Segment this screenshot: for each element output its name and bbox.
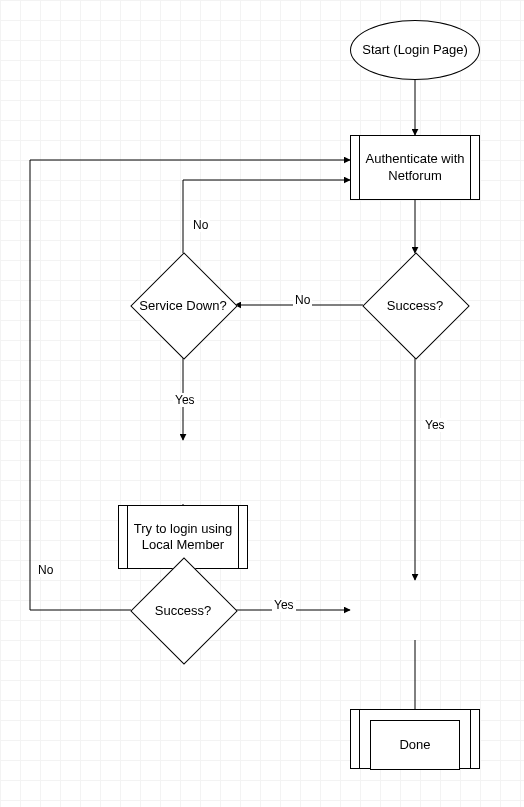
node-label: Done (399, 737, 430, 753)
node-label: Success? (155, 603, 211, 618)
node-success-2: Success? (131, 558, 235, 662)
node-authenticate: Authenticate with Netforum (350, 135, 480, 200)
node-label: Authenticate with Netforum (361, 151, 469, 184)
edges (0, 0, 524, 807)
node-start: Start (Login Page) (350, 20, 480, 80)
node-label: Service Down? (139, 298, 226, 313)
flowchart-canvas: { "nodes": { "start": { "label": "Start … (0, 0, 524, 807)
node-label: Success? (387, 298, 443, 313)
edge-label-success2-no: No (36, 563, 55, 577)
edge-label-success1-yes: Yes (423, 418, 447, 432)
node-service-down: Service Down? (131, 253, 235, 357)
node-label: Try to login using Local Member (129, 521, 237, 554)
node-success-1: Success? (363, 253, 467, 357)
edge-label-success1-no: No (293, 293, 312, 307)
node-done: Done (370, 720, 460, 770)
node-label: Start (Login Page) (362, 42, 468, 58)
edge-label-servicedown-yes: Yes (173, 393, 197, 407)
edge-label-success2-yes: Yes (272, 598, 296, 612)
edge-label-servicedown-no: No (191, 218, 210, 232)
